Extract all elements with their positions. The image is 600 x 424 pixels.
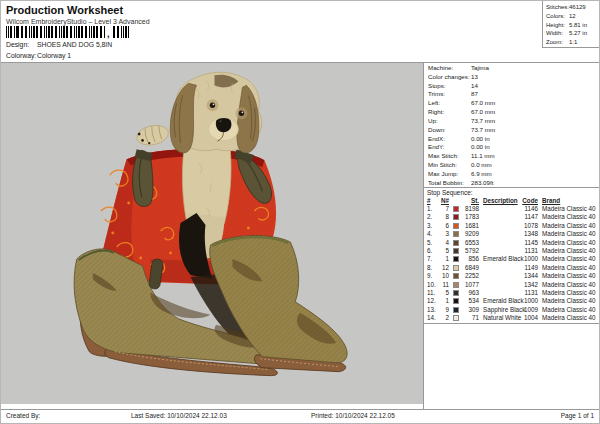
colorway-label: Colorway: [6, 52, 36, 59]
machine-info-label: Min Stitch: [428, 161, 457, 170]
stat-value: 5.27 in [569, 29, 587, 38]
thread-brand: Madeira Classic 40 [542, 306, 596, 314]
stitch-count: 71 [460, 314, 479, 322]
thread-code: 1131 [519, 247, 538, 255]
stat-value: 12 [569, 12, 576, 21]
row-number: 7. [427, 255, 438, 263]
design-name: SHOES AND DOG 5,8IN [37, 41, 112, 48]
needle-number: 5 [438, 247, 449, 255]
design-row: Design: SHOES AND DOG 5,8IN [6, 41, 29, 48]
machine-info-label: Down: [428, 126, 446, 135]
row-number: 11. [427, 289, 438, 297]
machine-info-row: EndY: 0.00 in [424, 143, 600, 152]
col-header-needle: N# [438, 197, 449, 204]
page-title: Production Worksheet [6, 4, 123, 16]
colorway-name: Colorway 1 [37, 52, 71, 59]
production-worksheet-page: Production Worksheet Wilcom EmbroiderySt… [0, 0, 600, 424]
thread-color-swatch [453, 214, 459, 220]
info-panel: Machine: Tajima Color changes: 13 Stops:… [423, 63, 600, 410]
design-label: Design: [6, 41, 29, 48]
machine-info-row: Up: 73.7 mm [424, 117, 600, 126]
table-row: 1. 7 8198 1146 Madeira Classic 40 [424, 205, 600, 213]
thread-code: 1348 [519, 230, 538, 238]
barcode-icon [6, 26, 106, 38]
machine-info-label: Color changes: [428, 73, 470, 82]
thread-brand: Madeira Classic 40 [542, 264, 596, 272]
machine-info-value: 73.7 mm [471, 117, 495, 126]
thread-brand: Madeira Classic 40 [542, 281, 596, 289]
stat-label: Height: [546, 21, 565, 30]
thread-description: Emerald Black [483, 297, 524, 305]
machine-info-value: 0.0 mm [471, 161, 492, 170]
row-number: 6. [427, 247, 438, 255]
needle-number: 8 [438, 213, 449, 221]
table-row: 11. 5 963 1131 Madeira Classic 40 [424, 289, 600, 297]
needle-number: 2 [438, 314, 449, 322]
thread-brand: Madeira Classic 40 [542, 230, 596, 238]
thread-color-swatch [453, 240, 459, 246]
stop-sequence-title: Stop Sequence: [427, 189, 472, 196]
row-number: 4. [427, 230, 438, 238]
thread-color-swatch [453, 282, 459, 288]
barcode-icon-secondary [113, 26, 129, 38]
row-number: 13. [427, 306, 438, 314]
thread-code: 1344 [519, 272, 538, 280]
thread-brand: Madeira Classic 40 [542, 213, 596, 221]
thread-code: 1146 [519, 205, 538, 213]
thread-brand: Madeira Classic 40 [542, 222, 596, 230]
stop-sequence-table: 1. 7 8198 1146 Madeira Classic 40 2. 8 1… [424, 205, 600, 322]
needle-number: 9 [438, 306, 449, 314]
thread-description: Emerald Black [483, 255, 524, 263]
col-header-stitches: St. [460, 197, 479, 204]
thread-code: 1000 [519, 255, 538, 263]
thread-brand: Madeira Classic 40 [542, 205, 596, 213]
machine-info-label: Max Jump: [428, 170, 458, 179]
thread-code: 1131 [519, 289, 538, 297]
thread-brand: Madeira Classic 40 [542, 272, 596, 280]
stitch-count: 1681 [460, 222, 479, 230]
machine-info-value: 11.1 mm [471, 152, 495, 161]
machine-info-value: 14 [471, 82, 478, 91]
embroidery-artwork [1, 63, 423, 404]
machine-info-row: Machine: Tajima [424, 64, 600, 73]
thread-color-swatch [453, 315, 459, 321]
thread-code: 1004 [519, 314, 538, 322]
col-header-num: # [427, 197, 438, 204]
row-number: 12. [427, 297, 438, 305]
thread-description: Natural White [483, 314, 521, 322]
needle-number: 7 [438, 205, 449, 213]
col-header-description: Description [483, 197, 518, 204]
stat-value: 5.81 in [569, 21, 587, 30]
machine-info-label: EndY: [428, 143, 445, 152]
machine-info-label: Right: [428, 108, 444, 117]
needle-number: 4 [438, 239, 449, 247]
machine-info-row: Left: 67.0 mm [424, 99, 600, 108]
machine-info-value: 87 [471, 90, 478, 99]
thread-code: 1145 [519, 239, 538, 247]
stat-row: Zoom: 1:1 [543, 38, 600, 47]
machine-info-label: EndX: [428, 135, 445, 144]
table-row: 2. 8 1783 1147 Madeira Classic 40 [424, 213, 600, 221]
thread-code: 1342 [519, 281, 538, 289]
machine-info-list: Machine: Tajima Color changes: 13 Stops:… [424, 64, 600, 187]
table-bottom-divider [424, 323, 600, 324]
table-row: 12. 1 534 Emerald Black 1000 Madeira Cla… [424, 297, 600, 305]
row-number: 2. [427, 213, 438, 221]
machine-info-value: 67.0 mm [471, 99, 495, 108]
stat-label: Zoom: [546, 38, 563, 47]
table-row: 8. 12 6849 1149 Madeira Classic 40 [424, 264, 600, 272]
needle-number: 6 [438, 222, 449, 230]
needle-number: 5 [438, 289, 449, 297]
table-row: 13. 9 309 Sapphire Black 1009 Madeira Cl… [424, 306, 600, 314]
stitch-count: 309 [460, 306, 479, 314]
thread-color-swatch [453, 265, 459, 271]
footer-created-by: Created By: [6, 412, 40, 419]
needle-number: 10 [438, 272, 449, 280]
thread-color-swatch [453, 290, 459, 296]
row-number: 1. [427, 205, 438, 213]
thread-color-swatch [453, 298, 459, 304]
machine-info-row: EndX: 0.00 in [424, 135, 600, 144]
thread-code: 1147 [519, 213, 538, 221]
thread-brand: Madeira Classic 40 [542, 314, 596, 322]
machine-info-row: Min Stitch: 0.0 mm [424, 161, 600, 170]
